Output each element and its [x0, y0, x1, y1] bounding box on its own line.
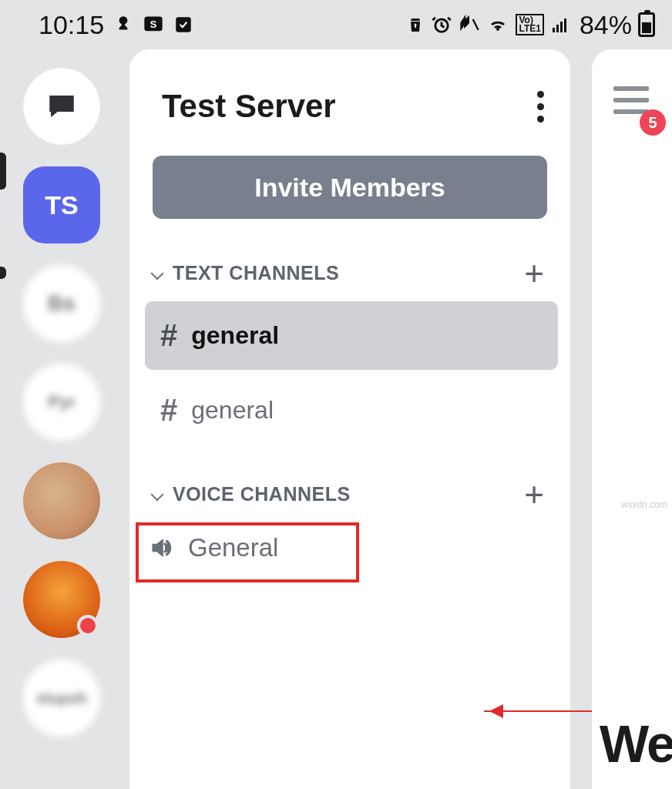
wifi-icon: [486, 15, 509, 34]
channel-name: general: [191, 321, 279, 350]
status-time: 10:15: [39, 10, 104, 40]
annotation-highlight-box: General: [136, 522, 359, 583]
text-channel-general-selected[interactable]: # general: [145, 301, 558, 370]
rail-active-pill: [0, 267, 6, 279]
chat-icon: [43, 90, 80, 123]
app-badge-icon: S: [143, 14, 164, 35]
dot-icon: [537, 91, 544, 98]
server-blurred-3[interactable]: stupsh: [23, 660, 100, 737]
voice-channel-general[interactable]: General: [139, 530, 356, 562]
bar-icon: [613, 86, 649, 91]
watermark: wsxdn.com: [621, 499, 667, 510]
check-badge-icon: [173, 15, 193, 35]
svg-rect-4: [553, 28, 555, 32]
add-voice-channel-button[interactable]: +: [524, 487, 544, 502]
svg-rect-6: [560, 22, 563, 32]
server-blurred-1[interactable]: Bs: [23, 265, 100, 342]
rail-selection-pill: [0, 153, 6, 190]
notification-badge[interactable]: 5: [640, 109, 666, 136]
add-text-channel-button[interactable]: +: [524, 266, 544, 281]
speaker-icon: [150, 536, 173, 559]
hamburger-button[interactable]: [613, 86, 649, 114]
dot-icon: [537, 116, 544, 123]
volte-icon: Vo)LTE1: [516, 14, 543, 35]
bar-icon: [613, 98, 649, 102]
svg-text:S: S: [150, 18, 157, 30]
server-title[interactable]: Test Server: [162, 88, 336, 125]
server-avatar-1[interactable]: [23, 462, 100, 539]
svg-rect-7: [564, 18, 566, 32]
battery-percent: 84%: [580, 10, 632, 40]
server-initials: TS: [45, 190, 78, 220]
right-panel: 5 We: [592, 49, 672, 789]
status-bar: 10:15 S Vo)LTE1 84%: [0, 0, 672, 49]
voice-channels-label: VOICE CHANNELS: [173, 483, 351, 505]
server-test-server[interactable]: TS: [23, 166, 100, 243]
hash-icon: #: [160, 318, 177, 353]
vibrate-icon: [459, 14, 480, 35]
signal-icon: [550, 15, 570, 34]
hash-icon: #: [160, 393, 177, 428]
invite-label: Invite Members: [254, 173, 445, 203]
app-indicator-icon: [113, 15, 133, 35]
text-channels-header[interactable]: TEXT CHANNELS +: [129, 262, 570, 284]
svg-rect-5: [556, 25, 559, 32]
text-channels-label: TEXT CHANNELS: [173, 262, 339, 284]
server-rail: TS Bs Pyr stupsh: [0, 60, 123, 737]
server-avatar-2[interactable]: [23, 561, 100, 638]
svg-rect-2: [176, 17, 191, 32]
partial-welcome-text: We: [600, 713, 672, 774]
channel-panel: Test Server Invite Members TEXT CHANNELS…: [129, 49, 570, 789]
chevron-down-icon: [151, 267, 164, 280]
server-more-button[interactable]: [537, 91, 544, 123]
chevron-down-icon: [151, 488, 164, 501]
dm-button[interactable]: [23, 68, 100, 145]
alarm-icon: [431, 14, 452, 35]
text-channel-general[interactable]: # general: [145, 376, 558, 445]
battery-icon: [638, 12, 655, 37]
recycle-icon: [406, 14, 425, 35]
channel-name: general: [191, 396, 274, 425]
server-blurred-2[interactable]: Pyr: [23, 364, 100, 441]
invite-members-button[interactable]: Invite Members: [153, 156, 547, 219]
status-dnd-badge: [77, 615, 99, 636]
voice-channel-name: General: [188, 533, 278, 562]
voice-channels-header[interactable]: VOICE CHANNELS +: [129, 483, 570, 505]
dot-icon: [537, 103, 544, 110]
